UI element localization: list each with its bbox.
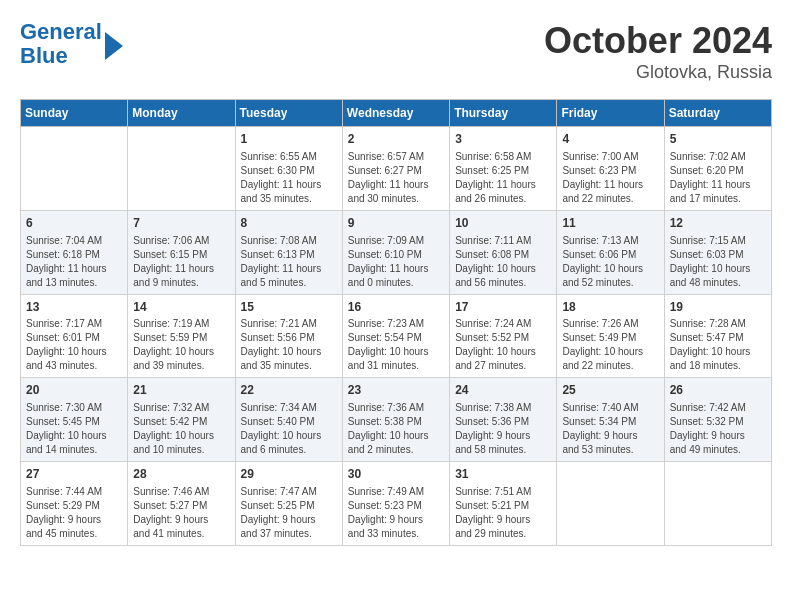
day-info: Sunrise: 7:51 AM Sunset: 5:21 PM Dayligh…	[455, 485, 551, 541]
calendar-cell: 6Sunrise: 7:04 AM Sunset: 6:18 PM Daylig…	[21, 210, 128, 294]
calendar-cell: 2Sunrise: 6:57 AM Sunset: 6:27 PM Daylig…	[342, 127, 449, 211]
day-info: Sunrise: 7:08 AM Sunset: 6:13 PM Dayligh…	[241, 234, 337, 290]
day-number: 19	[670, 299, 766, 316]
day-number: 5	[670, 131, 766, 148]
day-number: 30	[348, 466, 444, 483]
calendar-cell: 8Sunrise: 7:08 AM Sunset: 6:13 PM Daylig…	[235, 210, 342, 294]
day-number: 25	[562, 382, 658, 399]
calendar-week-row: 1Sunrise: 6:55 AM Sunset: 6:30 PM Daylig…	[21, 127, 772, 211]
day-info: Sunrise: 7:47 AM Sunset: 5:25 PM Dayligh…	[241, 485, 337, 541]
day-info: Sunrise: 7:13 AM Sunset: 6:06 PM Dayligh…	[562, 234, 658, 290]
day-info: Sunrise: 7:02 AM Sunset: 6:20 PM Dayligh…	[670, 150, 766, 206]
logo: GeneralBlue	[20, 20, 123, 68]
calendar-week-row: 13Sunrise: 7:17 AM Sunset: 6:01 PM Dayli…	[21, 294, 772, 378]
day-info: Sunrise: 7:21 AM Sunset: 5:56 PM Dayligh…	[241, 317, 337, 373]
logo-arrow-icon	[105, 32, 123, 60]
calendar-cell: 31Sunrise: 7:51 AM Sunset: 5:21 PM Dayli…	[450, 462, 557, 546]
day-info: Sunrise: 7:19 AM Sunset: 5:59 PM Dayligh…	[133, 317, 229, 373]
calendar-cell: 15Sunrise: 7:21 AM Sunset: 5:56 PM Dayli…	[235, 294, 342, 378]
day-number: 27	[26, 466, 122, 483]
calendar-cell: 12Sunrise: 7:15 AM Sunset: 6:03 PM Dayli…	[664, 210, 771, 294]
day-number: 23	[348, 382, 444, 399]
calendar-cell: 4Sunrise: 7:00 AM Sunset: 6:23 PM Daylig…	[557, 127, 664, 211]
day-number: 2	[348, 131, 444, 148]
calendar-cell: 9Sunrise: 7:09 AM Sunset: 6:10 PM Daylig…	[342, 210, 449, 294]
calendar-cell	[557, 462, 664, 546]
calendar-cell: 11Sunrise: 7:13 AM Sunset: 6:06 PM Dayli…	[557, 210, 664, 294]
day-info: Sunrise: 7:26 AM Sunset: 5:49 PM Dayligh…	[562, 317, 658, 373]
day-info: Sunrise: 6:55 AM Sunset: 6:30 PM Dayligh…	[241, 150, 337, 206]
day-info: Sunrise: 7:06 AM Sunset: 6:15 PM Dayligh…	[133, 234, 229, 290]
calendar-cell: 25Sunrise: 7:40 AM Sunset: 5:34 PM Dayli…	[557, 378, 664, 462]
day-info: Sunrise: 7:28 AM Sunset: 5:47 PM Dayligh…	[670, 317, 766, 373]
day-number: 6	[26, 215, 122, 232]
calendar-cell: 19Sunrise: 7:28 AM Sunset: 5:47 PM Dayli…	[664, 294, 771, 378]
day-number: 15	[241, 299, 337, 316]
day-info: Sunrise: 7:42 AM Sunset: 5:32 PM Dayligh…	[670, 401, 766, 457]
day-number: 10	[455, 215, 551, 232]
day-number: 18	[562, 299, 658, 316]
day-number: 4	[562, 131, 658, 148]
month-title: October 2024	[544, 20, 772, 62]
weekday-header-thursday: Thursday	[450, 100, 557, 127]
day-number: 22	[241, 382, 337, 399]
day-number: 7	[133, 215, 229, 232]
day-number: 20	[26, 382, 122, 399]
weekday-header-monday: Monday	[128, 100, 235, 127]
calendar-cell: 27Sunrise: 7:44 AM Sunset: 5:29 PM Dayli…	[21, 462, 128, 546]
calendar-cell: 28Sunrise: 7:46 AM Sunset: 5:27 PM Dayli…	[128, 462, 235, 546]
weekday-header-wednesday: Wednesday	[342, 100, 449, 127]
calendar-cell	[664, 462, 771, 546]
day-number: 9	[348, 215, 444, 232]
calendar-cell	[21, 127, 128, 211]
calendar-cell: 13Sunrise: 7:17 AM Sunset: 6:01 PM Dayli…	[21, 294, 128, 378]
calendar-header: SundayMondayTuesdayWednesdayThursdayFrid…	[21, 100, 772, 127]
day-info: Sunrise: 7:30 AM Sunset: 5:45 PM Dayligh…	[26, 401, 122, 457]
calendar-cell: 22Sunrise: 7:34 AM Sunset: 5:40 PM Dayli…	[235, 378, 342, 462]
day-info: Sunrise: 6:57 AM Sunset: 6:27 PM Dayligh…	[348, 150, 444, 206]
day-number: 14	[133, 299, 229, 316]
calendar-cell: 14Sunrise: 7:19 AM Sunset: 5:59 PM Dayli…	[128, 294, 235, 378]
day-info: Sunrise: 7:38 AM Sunset: 5:36 PM Dayligh…	[455, 401, 551, 457]
calendar-cell: 5Sunrise: 7:02 AM Sunset: 6:20 PM Daylig…	[664, 127, 771, 211]
calendar-cell: 3Sunrise: 6:58 AM Sunset: 6:25 PM Daylig…	[450, 127, 557, 211]
calendar-table: SundayMondayTuesdayWednesdayThursdayFrid…	[20, 99, 772, 546]
calendar-cell: 1Sunrise: 6:55 AM Sunset: 6:30 PM Daylig…	[235, 127, 342, 211]
calendar-cell: 20Sunrise: 7:30 AM Sunset: 5:45 PM Dayli…	[21, 378, 128, 462]
calendar-cell	[128, 127, 235, 211]
day-info: Sunrise: 7:36 AM Sunset: 5:38 PM Dayligh…	[348, 401, 444, 457]
calendar-cell: 21Sunrise: 7:32 AM Sunset: 5:42 PM Dayli…	[128, 378, 235, 462]
day-number: 17	[455, 299, 551, 316]
day-number: 1	[241, 131, 337, 148]
day-info: Sunrise: 7:23 AM Sunset: 5:54 PM Dayligh…	[348, 317, 444, 373]
day-number: 31	[455, 466, 551, 483]
calendar-week-row: 6Sunrise: 7:04 AM Sunset: 6:18 PM Daylig…	[21, 210, 772, 294]
calendar-cell: 23Sunrise: 7:36 AM Sunset: 5:38 PM Dayli…	[342, 378, 449, 462]
logo-text: GeneralBlue	[20, 20, 102, 68]
weekday-header-row: SundayMondayTuesdayWednesdayThursdayFrid…	[21, 100, 772, 127]
day-info: Sunrise: 7:24 AM Sunset: 5:52 PM Dayligh…	[455, 317, 551, 373]
weekday-header-saturday: Saturday	[664, 100, 771, 127]
day-info: Sunrise: 7:15 AM Sunset: 6:03 PM Dayligh…	[670, 234, 766, 290]
calendar-cell: 26Sunrise: 7:42 AM Sunset: 5:32 PM Dayli…	[664, 378, 771, 462]
day-number: 21	[133, 382, 229, 399]
location: Glotovka, Russia	[544, 62, 772, 83]
day-info: Sunrise: 7:32 AM Sunset: 5:42 PM Dayligh…	[133, 401, 229, 457]
day-number: 11	[562, 215, 658, 232]
calendar-cell: 10Sunrise: 7:11 AM Sunset: 6:08 PM Dayli…	[450, 210, 557, 294]
calendar-week-row: 20Sunrise: 7:30 AM Sunset: 5:45 PM Dayli…	[21, 378, 772, 462]
calendar-cell: 24Sunrise: 7:38 AM Sunset: 5:36 PM Dayli…	[450, 378, 557, 462]
day-number: 12	[670, 215, 766, 232]
day-info: Sunrise: 7:49 AM Sunset: 5:23 PM Dayligh…	[348, 485, 444, 541]
day-info: Sunrise: 7:46 AM Sunset: 5:27 PM Dayligh…	[133, 485, 229, 541]
calendar-cell: 18Sunrise: 7:26 AM Sunset: 5:49 PM Dayli…	[557, 294, 664, 378]
day-info: Sunrise: 7:34 AM Sunset: 5:40 PM Dayligh…	[241, 401, 337, 457]
day-number: 13	[26, 299, 122, 316]
calendar-week-row: 27Sunrise: 7:44 AM Sunset: 5:29 PM Dayli…	[21, 462, 772, 546]
title-block: October 2024 Glotovka, Russia	[544, 20, 772, 83]
page-header: GeneralBlue October 2024 Glotovka, Russi…	[20, 20, 772, 83]
day-number: 29	[241, 466, 337, 483]
day-info: Sunrise: 7:00 AM Sunset: 6:23 PM Dayligh…	[562, 150, 658, 206]
day-info: Sunrise: 7:40 AM Sunset: 5:34 PM Dayligh…	[562, 401, 658, 457]
day-number: 24	[455, 382, 551, 399]
